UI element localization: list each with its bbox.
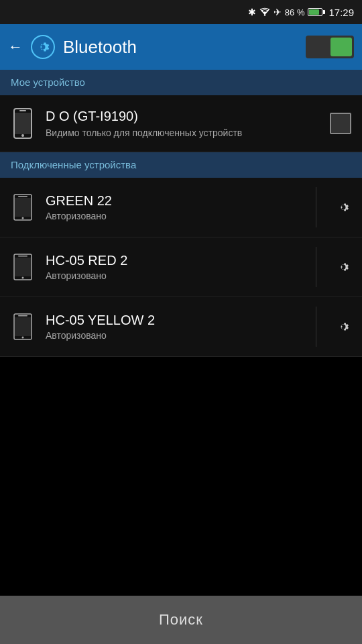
status-bar: ✱ ✈ 86 % 17:29 bbox=[0, 0, 362, 24]
bt-device-icon-0 bbox=[11, 192, 35, 223]
bt-device-icon-2 bbox=[11, 311, 35, 342]
toggle-knob bbox=[330, 38, 352, 56]
svg-rect-15 bbox=[15, 317, 31, 336]
svg-rect-10 bbox=[18, 256, 27, 257]
search-button[interactable]: Поиск bbox=[0, 596, 362, 644]
airplane-status-icon: ✈ bbox=[274, 7, 282, 17]
page-title: Bluetooth bbox=[63, 37, 137, 58]
device-settings-hc05yellow2[interactable] bbox=[324, 307, 362, 347]
visibility-checkbox[interactable] bbox=[330, 113, 351, 134]
connected-devices-section-header: Подключенные устройства bbox=[0, 152, 362, 178]
status-icons: ✱ ✈ 86 % 17:29 bbox=[248, 7, 354, 18]
connected-devices-label: Подключенные устройства bbox=[11, 159, 136, 170]
svg-point-16 bbox=[22, 337, 24, 339]
bluetooth-settings-icon bbox=[31, 35, 55, 59]
device-auth-green22: Авторизовано bbox=[46, 211, 308, 221]
my-device-name: D O (GT-I9190) bbox=[46, 108, 330, 124]
svg-rect-2 bbox=[19, 110, 26, 111]
bt-device-icon-1 bbox=[11, 252, 35, 282]
search-button-label: Поиск bbox=[159, 611, 203, 629]
svg-point-8 bbox=[22, 217, 24, 219]
device-info-green22: GREEN 22 Авторизовано bbox=[46, 193, 308, 221]
svg-point-4 bbox=[21, 134, 24, 137]
my-device-label: Мое устройство bbox=[11, 76, 85, 88]
device-auth-hc05red2: Авторизовано bbox=[46, 270, 308, 281]
device-info-hc05red2: HC-05 RED 2 Авторизовано bbox=[46, 253, 308, 281]
device-settings-green22[interactable] bbox=[324, 187, 362, 227]
svg-rect-11 bbox=[15, 258, 31, 276]
toolbar: ← Bluetooth bbox=[0, 24, 362, 70]
device-info-hc05yellow2: HC-05 YELLOW 2 Авторизовано bbox=[46, 313, 308, 341]
clock: 17:29 bbox=[328, 7, 354, 18]
svg-rect-7 bbox=[15, 198, 31, 217]
svg-rect-14 bbox=[18, 315, 27, 317]
toolbar-left: ← Bluetooth bbox=[8, 35, 137, 59]
device-settings-hc05red2[interactable] bbox=[324, 247, 362, 287]
my-device-info: D O (GT-I9190) Видимо только для подключ… bbox=[46, 108, 330, 139]
phone-icon bbox=[11, 106, 35, 141]
device-row-hc05yellow2[interactable]: HC-05 YELLOW 2 Авторизовано bbox=[0, 297, 362, 357]
svg-point-0 bbox=[264, 14, 265, 15]
svg-rect-6 bbox=[18, 196, 27, 197]
bluetooth-toggle[interactable] bbox=[306, 36, 354, 58]
device-row-green22[interactable]: GREEN 22 Авторизовано bbox=[0, 178, 362, 237]
svg-point-12 bbox=[22, 277, 24, 279]
my-device-visibility: Видимо только для подключенных устройств bbox=[46, 127, 330, 139]
battery-icon bbox=[308, 8, 322, 16]
device-name-hc05red2: HC-05 RED 2 bbox=[46, 253, 308, 268]
bluetooth-status-icon: ✱ bbox=[248, 7, 256, 17]
divider-2 bbox=[316, 307, 316, 347]
svg-rect-3 bbox=[15, 113, 31, 134]
device-auth-hc05yellow2: Авторизовано bbox=[46, 330, 308, 341]
divider-1 bbox=[316, 247, 316, 287]
device-name-hc05yellow2: HC-05 YELLOW 2 bbox=[46, 313, 308, 328]
content-area: Мое устройство D O (GT-I9190) Видимо тол… bbox=[0, 70, 362, 596]
wifi-status-icon bbox=[259, 7, 270, 18]
back-button[interactable]: ← bbox=[8, 38, 23, 56]
my-device-row[interactable]: D O (GT-I9190) Видимо только для подключ… bbox=[0, 95, 362, 152]
device-name-green22: GREEN 22 bbox=[46, 193, 308, 209]
battery-percent: 86 % bbox=[285, 7, 305, 17]
device-row-hc05red2[interactable]: HC-05 RED 2 Авторизовано bbox=[0, 237, 362, 297]
my-device-section-header: Мое устройство bbox=[0, 70, 362, 95]
divider-0 bbox=[316, 187, 316, 227]
